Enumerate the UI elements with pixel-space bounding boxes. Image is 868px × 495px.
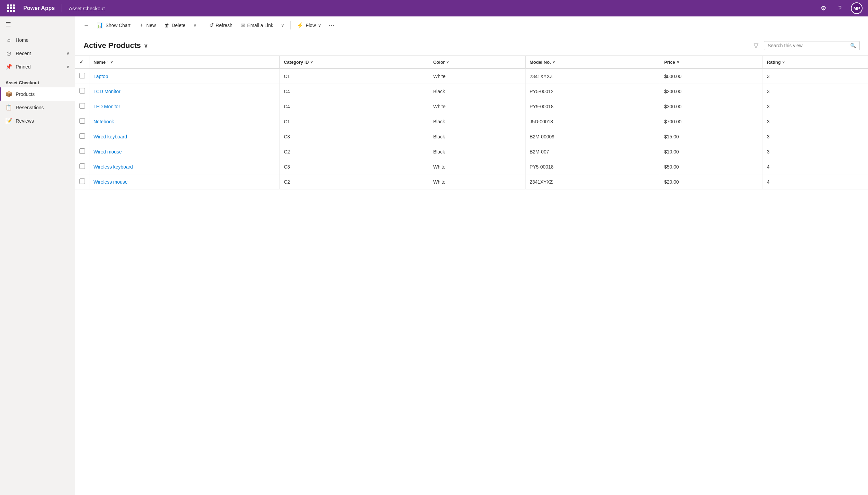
sidebar-item-pinned[interactable]: 📌 Pinned ∨	[0, 60, 75, 73]
row-category-id: C3	[279, 159, 429, 174]
row-checkbox[interactable]	[75, 69, 89, 84]
table-row: Laptop C1 White 2341XYXZ $600.00 3	[75, 69, 868, 84]
email-link-label: Email a Link	[247, 23, 273, 28]
products-table: ✓ Name ↑ ∨ Category ID	[75, 56, 868, 189]
row-model-no: 2341XYXZ	[525, 174, 660, 189]
search-icon[interactable]: 🔍	[850, 43, 856, 48]
select-all-checkmark: ✓	[79, 59, 84, 65]
row-color: Black	[429, 114, 525, 129]
model-sort-icon: ∨	[552, 60, 555, 64]
name-sort-asc-icon: ↑	[107, 60, 109, 64]
email-link-button[interactable]: ✉ Email a Link	[237, 20, 277, 30]
flow-button[interactable]: ⚡ Flow ∨	[293, 20, 325, 30]
name-column-header[interactable]: Name ↑ ∨	[89, 56, 280, 69]
row-name[interactable]: Laptop	[89, 69, 280, 84]
sidebar-item-reviews-label: Reviews	[16, 118, 34, 124]
row-category-id: C2	[279, 174, 429, 189]
table-row: Wireless mouse C2 White 2341XYXZ $20.00 …	[75, 174, 868, 189]
color-column-header[interactable]: Color ∨	[429, 56, 525, 69]
row-name[interactable]: Notebook	[89, 114, 280, 129]
sidebar-section-title: Asset Checkout	[0, 75, 75, 87]
row-checkbox[interactable]	[75, 99, 89, 114]
sidebar-item-products[interactable]: 📦 Products	[0, 87, 75, 101]
sidebar-item-home[interactable]: ⌂ Home	[0, 34, 75, 47]
row-model-no: B2M-00009	[525, 129, 660, 144]
cmd-separator-2	[290, 21, 291, 29]
reviews-icon: 📝	[5, 117, 12, 124]
settings-button[interactable]: ⚙	[818, 3, 829, 14]
row-price: $300.00	[660, 99, 763, 114]
delete-label: Delete	[172, 23, 185, 28]
model-no-column-header[interactable]: Model No. ∨	[525, 56, 660, 69]
products-icon: 📦	[5, 91, 12, 97]
row-price: $600.00	[660, 69, 763, 84]
row-name[interactable]: LED Monitor	[89, 99, 280, 114]
recent-icon: ◷	[5, 50, 12, 57]
delete-dropdown[interactable]: ∨	[190, 21, 200, 30]
email-dropdown[interactable]: ∨	[278, 21, 288, 30]
filter-icon[interactable]: ▽	[752, 40, 760, 51]
sidebar-item-reservations[interactable]: 📋 Reservations	[0, 101, 75, 114]
row-price: $15.00	[660, 129, 763, 144]
row-rating: 3	[763, 69, 868, 84]
active-bar	[0, 87, 1, 101]
waffle-menu[interactable]	[5, 3, 16, 14]
help-button[interactable]: ?	[834, 3, 845, 14]
flow-icon: ⚡	[297, 22, 304, 28]
user-avatar[interactable]: MP	[851, 2, 863, 14]
row-rating: 3	[763, 129, 868, 144]
command-bar: ← 📊 Show Chart ＋ New 🗑 Delete ∨ ↺ Refres…	[75, 16, 868, 34]
table-container: ✓ Name ↑ ∨ Category ID	[75, 56, 868, 495]
show-chart-button[interactable]: 📊 Show Chart	[93, 20, 134, 30]
row-rating: 3	[763, 84, 868, 99]
cmd-separator-1	[203, 21, 203, 29]
view-title-text: Active Products	[84, 41, 141, 50]
row-name[interactable]: Wired keyboard	[89, 129, 280, 144]
row-category-id: C4	[279, 84, 429, 99]
view-header-right: ▽ 🔍	[752, 40, 860, 51]
new-button[interactable]: ＋ New	[135, 20, 159, 31]
row-name[interactable]: LCD Monitor	[89, 84, 280, 99]
row-checkbox[interactable]	[75, 129, 89, 144]
sidebar-item-home-label: Home	[16, 37, 70, 43]
more-button[interactable]: ⋯	[326, 20, 337, 31]
row-checkbox[interactable]	[75, 114, 89, 129]
topbar: Power Apps Asset Checkout ⚙ ? MP	[0, 0, 868, 16]
refresh-button[interactable]: ↺ Refresh	[206, 20, 236, 30]
row-category-id: C1	[279, 114, 429, 129]
row-color: Black	[429, 84, 525, 99]
delete-icon: 🗑	[164, 22, 169, 28]
view-title[interactable]: Active Products ∨	[84, 41, 148, 50]
row-name[interactable]: Wireless keyboard	[89, 159, 280, 174]
row-checkbox[interactable]	[75, 84, 89, 99]
sidebar-toggle[interactable]: ☰	[0, 16, 75, 32]
back-button[interactable]: ←	[81, 20, 92, 31]
pinned-icon: 📌	[5, 63, 12, 70]
select-all-header[interactable]: ✓	[75, 56, 89, 69]
search-input[interactable]	[768, 43, 848, 48]
price-column-header[interactable]: Price ∨	[660, 56, 763, 69]
row-name[interactable]: Wired mouse	[89, 144, 280, 159]
color-sort-icon: ∨	[446, 60, 449, 64]
category-sort-icon: ∨	[310, 60, 313, 64]
sidebar-item-reservations-label: Reservations	[16, 105, 44, 110]
sidebar: ☰ ⌂ Home ◷ Recent ∨ 📌 Pinned ∨ Asset Che…	[0, 16, 75, 495]
row-category-id: C3	[279, 129, 429, 144]
sidebar-item-reviews[interactable]: 📝 Reviews	[0, 114, 75, 127]
row-checkbox[interactable]	[75, 159, 89, 174]
row-category-id: C4	[279, 99, 429, 114]
row-color: Black	[429, 129, 525, 144]
sidebar-item-recent[interactable]: ◷ Recent ∨	[0, 47, 75, 60]
price-sort-icon: ∨	[677, 60, 679, 64]
flow-label: Flow	[306, 23, 316, 28]
row-color: White	[429, 174, 525, 189]
row-checkbox[interactable]	[75, 174, 89, 189]
rating-column-header[interactable]: Rating ∨	[763, 56, 868, 69]
row-model-no: PY9-00018	[525, 99, 660, 114]
delete-button[interactable]: 🗑 Delete	[161, 20, 189, 30]
recent-chevron-icon: ∨	[66, 51, 70, 56]
row-checkbox[interactable]	[75, 144, 89, 159]
view-header: Active Products ∨ ▽ 🔍	[75, 34, 868, 56]
row-name[interactable]: Wireless mouse	[89, 174, 280, 189]
category-id-column-header[interactable]: Category ID ∨	[279, 56, 429, 69]
